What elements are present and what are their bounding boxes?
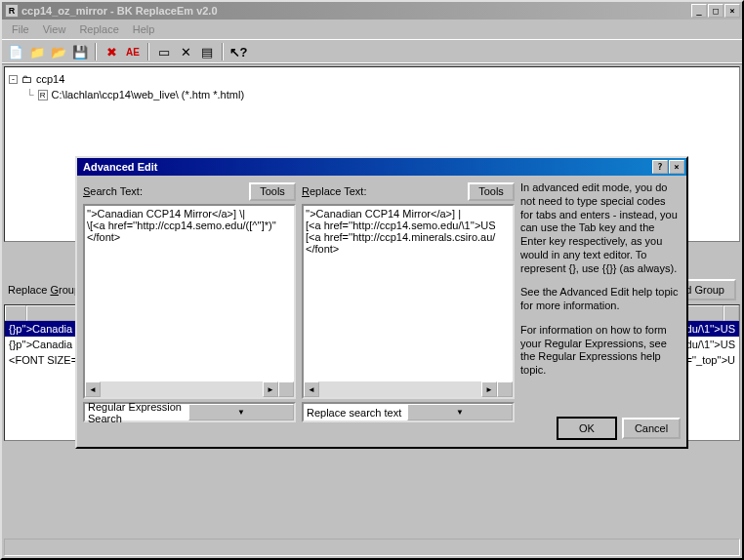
h-scrollbar[interactable]: ◄ ► — [304, 381, 497, 397]
main-title: ccp14_oz_mirror - BK ReplaceEm v2.0 — [21, 5, 691, 17]
menu-file[interactable]: File — [6, 21, 35, 37]
replace-mode-value: Replace search text — [304, 407, 407, 419]
tree-root-label[interactable]: ccp14 — [36, 73, 64, 85]
info-paragraph-2: See the Advanced Edit help topic for mor… — [520, 286, 681, 313]
menu-replace[interactable]: Replace — [73, 21, 124, 37]
toolbar-separator — [95, 43, 97, 60]
search-mode-value: Regular Expression Search — [85, 401, 188, 424]
toolbar-separator-2 — [147, 43, 149, 60]
dialog-help-button[interactable]: ? — [652, 160, 668, 174]
info-column: In advanced edit mode, you do not need t… — [520, 181, 681, 439]
search-textarea[interactable]: ''>Canadian CCP14 Mirror</a>] \| \[<a hr… — [83, 204, 296, 399]
replace-text-label: Replace Text: — [302, 185, 366, 197]
minimize-button[interactable]: _ — [691, 4, 707, 18]
scroll-corner — [278, 381, 294, 397]
scroll-left-icon[interactable]: ◄ — [304, 381, 319, 397]
search-text-label: Search Text: — [83, 185, 143, 197]
replace-mode-combo[interactable]: Replace search text ▼ — [302, 402, 515, 422]
ae-icon[interactable]: AE — [123, 42, 143, 61]
tree-connector: └ — [26, 89, 34, 100]
replace-column: Replace Text: Tools ''>Canadian CCP14 Mi… — [302, 181, 515, 439]
ok-button[interactable]: OK — [558, 418, 616, 439]
replace-textarea[interactable]: ''>Canadian CCP14 Mirror</a>] | [<a href… — [302, 204, 515, 399]
search-mode-combo[interactable]: Regular Expression Search ▼ — [83, 402, 296, 422]
dialog-close-button[interactable]: × — [669, 160, 684, 174]
h-scrollbar[interactable]: ◄ ► — [85, 381, 278, 397]
info-paragraph-3: For information on how to form your Regu… — [520, 324, 681, 378]
folder-icon: 🗀 — [21, 73, 32, 85]
scroll-right-icon[interactable]: ► — [263, 381, 278, 397]
dotted-box-icon[interactable]: ▭ — [154, 42, 174, 61]
cancel-button[interactable]: Cancel — [622, 418, 681, 439]
search-column: Search Text: Tools ''>Canadian CCP14 Mir… — [83, 181, 296, 439]
properties-icon[interactable]: ▤ — [197, 42, 217, 61]
scroll-left-icon[interactable]: ◄ — [85, 381, 101, 397]
search-tools-button[interactable]: Tools — [249, 182, 296, 201]
menu-help[interactable]: Help — [127, 21, 161, 37]
search-textarea-content: ''>Canadian CCP14 Mirror</a>] \| \[<a hr… — [87, 208, 292, 387]
dialog-titlebar: Advanced Edit ? × — [77, 158, 686, 176]
menubar: File View Replace Help — [2, 20, 742, 39]
dialog-title: Advanced Edit — [80, 161, 652, 173]
statusbar — [4, 539, 740, 556]
help-cursor-icon[interactable]: ↖? — [228, 42, 248, 61]
new-file-icon[interactable]: 📄 — [6, 42, 25, 61]
close-button[interactable]: × — [724, 4, 740, 18]
tree-collapse-icon[interactable]: - — [9, 75, 18, 84]
scroll-right-icon[interactable]: ► — [481, 381, 497, 397]
open-folder-icon[interactable]: 📂 — [49, 42, 68, 61]
new-folder-yellow-icon[interactable]: 📁 — [27, 42, 47, 61]
replace-textarea-content: ''>Canadian CCP14 Mirror</a>] | [<a href… — [306, 208, 511, 387]
chevron-down-icon[interactable]: ▼ — [407, 404, 513, 420]
chevron-down-icon[interactable]: ▼ — [188, 404, 294, 420]
save-folder-icon[interactable]: 💾 — [70, 42, 90, 61]
toolbar: 📄 📁 📂 💾 ✖ AE ▭ ✕ ▤ ↖? — [2, 39, 742, 64]
info-paragraph-1: In advanced edit mode, you do not need t… — [520, 181, 681, 275]
x-icon[interactable]: ✕ — [176, 42, 195, 61]
maximize-button[interactable]: □ — [708, 4, 723, 18]
toolbar-separator-3 — [222, 43, 224, 60]
r-icon: R — [38, 90, 48, 100]
advanced-edit-dialog: Advanced Edit ? × Search Text: Tools ''>… — [75, 156, 688, 449]
replace-tools-button[interactable]: Tools — [468, 182, 515, 201]
scroll-corner — [497, 381, 513, 397]
replace-group-label: Replace Group: — [8, 284, 83, 296]
menu-view[interactable]: View — [37, 21, 72, 37]
main-titlebar: R ccp14_oz_mirror - BK ReplaceEm v2.0 _ … — [2, 2, 742, 20]
delete-x-icon[interactable]: ✖ — [102, 42, 121, 61]
tree-child-label[interactable]: C:\lachlan\ccp14\web_live\ (*.htm *.html… — [52, 89, 244, 100]
app-icon: R — [5, 4, 19, 18]
